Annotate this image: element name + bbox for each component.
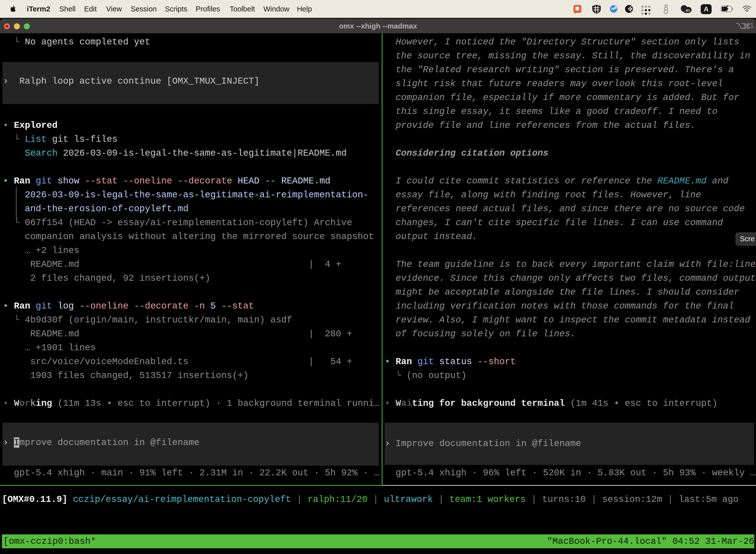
svg-text:..61: ..61: [684, 8, 690, 12]
